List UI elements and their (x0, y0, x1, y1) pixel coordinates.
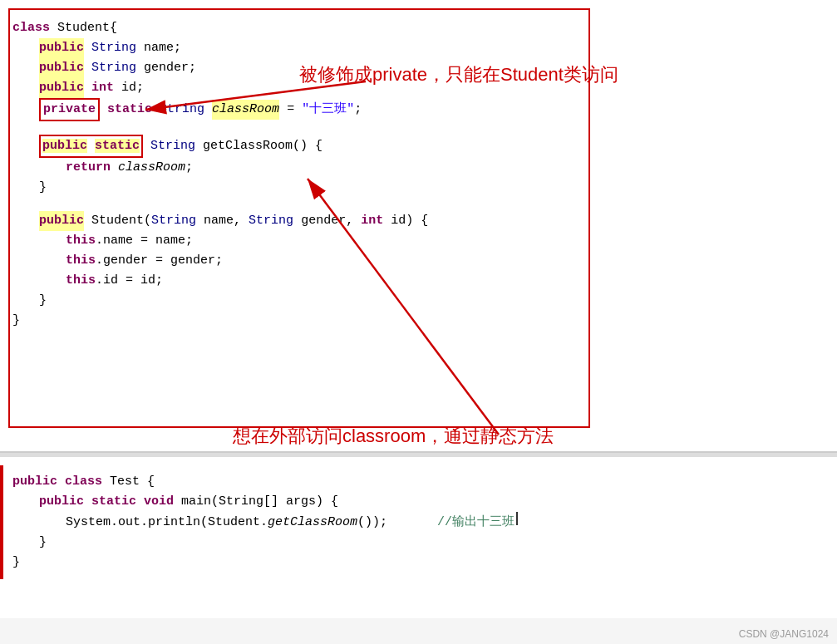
bottom-code-section: public class Test { public static void m… (0, 456, 837, 618)
private-keyword-box: private (39, 98, 100, 121)
empty-line-2 (12, 198, 829, 211)
left-red-bar (0, 465, 3, 579)
code-line-11: public Student(String name, String gende… (12, 211, 829, 231)
bottom-line-1: public class Test { (12, 472, 829, 492)
top-code-section: class Student{ public String name; publi… (0, 0, 837, 453)
bottom-line-4: } (12, 533, 829, 553)
code-line-15: } (12, 291, 829, 311)
classroom-identifier: classRoom (212, 100, 279, 120)
bottom-line-2: public static void main(String[] args) { (12, 492, 829, 512)
code-line-13: this.gender = gender; (12, 251, 829, 271)
code-line-9: } (12, 178, 829, 198)
code-line-12: this.name = name; (12, 231, 829, 251)
classroom-return: classRoom (118, 158, 185, 178)
code-line-16: } (12, 311, 829, 331)
code-line-5: private static String classRoom = "十三班"; (12, 98, 829, 121)
get-class-room-call: getClassRoom (268, 513, 357, 533)
public-static-box: public static (39, 135, 143, 158)
bottom-line-3: System.out.println(Student.getClassRoom(… (12, 512, 829, 533)
annotation-static-method: 想在外部访问classroom，通过静态方法 (233, 424, 554, 449)
annotation-private: 被修饰成private，只能在Student类访问 (299, 62, 618, 87)
code-line-1: class Student{ (12, 18, 829, 38)
empty-line-1 (12, 121, 829, 135)
comment-output: //输出十三班 (437, 513, 515, 533)
kw-class: class (12, 18, 50, 38)
code-line-8: return classRoom; (12, 158, 829, 178)
code-line-7: public static String getClassRoom() { (12, 135, 829, 158)
code-line-14: this.id = id; (12, 271, 829, 291)
code-line-2: public String name; (12, 38, 829, 58)
bottom-line-5: } (12, 553, 829, 573)
main-container: class Student{ public String name; publi… (0, 0, 837, 644)
watermark: CSDN @JANG1024 (739, 628, 829, 640)
cursor (516, 512, 518, 525)
